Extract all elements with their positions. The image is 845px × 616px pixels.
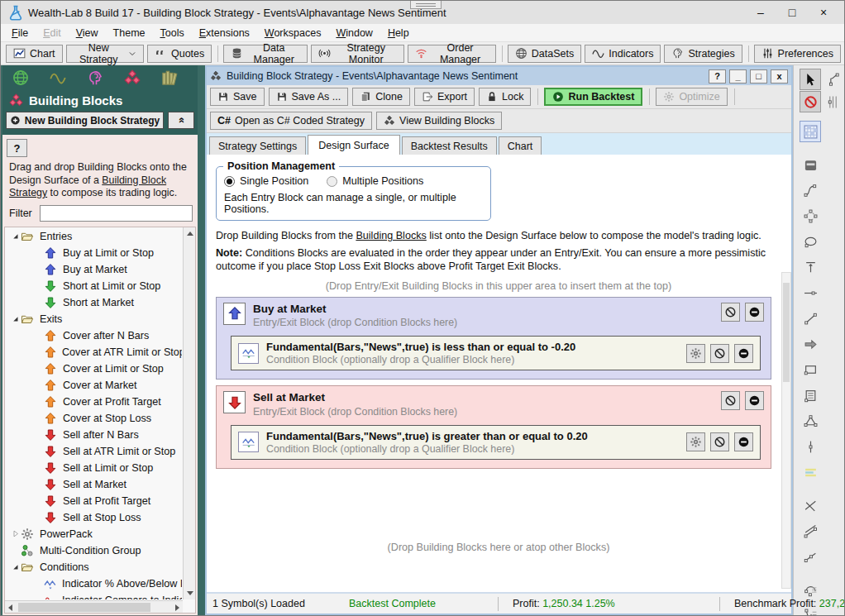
- menu-workspaces[interactable]: Workspaces: [257, 26, 329, 41]
- multiple-positions-radio[interactable]: Multiple Positions: [327, 175, 423, 187]
- tree-item-exits[interactable]: Exits: [6, 311, 182, 327]
- run-backtest-button[interactable]: Run Backtest: [544, 88, 642, 106]
- entry-block-buy-at-market[interactable]: Buy at Market Entry/Exit Block (drop Con…: [216, 297, 771, 380]
- tree-item-cover-at-limit-or-stop[interactable]: Cover at Limit or Stop: [6, 361, 182, 377]
- tree-item-sell-at-profit-target[interactable]: Sell at Profit Target: [6, 493, 182, 509]
- arrow-right-icon[interactable]: [800, 333, 821, 355]
- tree-item-sell-at-stop-loss[interactable]: Sell at Stop Loss: [6, 509, 182, 526]
- help-button[interactable]: ?: [7, 139, 27, 157]
- ellipse-icon[interactable]: [800, 231, 821, 252]
- tab-design-surface[interactable]: Design Surface: [308, 135, 399, 155]
- menu-view[interactable]: View: [69, 26, 106, 41]
- remove-condition-button[interactable]: [734, 432, 753, 451]
- no-draw-icon[interactable]: [800, 91, 821, 112]
- scroll-down-icon[interactable]: [187, 591, 193, 595]
- menu-edit[interactable]: Edit: [36, 26, 69, 41]
- new-building-block-strategy-button[interactable]: New Building Block Strategy: [6, 112, 164, 129]
- strategies-button[interactable]: Strategies: [664, 45, 742, 63]
- menu-tools[interactable]: Tools: [153, 26, 192, 41]
- tree-item-cover-at-profit-target[interactable]: Cover at Profit Target: [6, 394, 182, 410]
- tree-item-conditions[interactable]: Conditions: [6, 559, 182, 575]
- tree-vertical-scrollbar[interactable]: [183, 227, 195, 599]
- tab-chart[interactable]: Chart: [499, 136, 542, 155]
- nodes-icon[interactable]: [800, 205, 821, 227]
- tree-horizontal-scrollbar[interactable]: [5, 600, 183, 613]
- rectangle-icon[interactable]: [800, 359, 821, 380]
- panel-close-button[interactable]: x: [771, 69, 788, 84]
- expander-open-icon[interactable]: [10, 315, 21, 322]
- segment-icon[interactable]: [800, 308, 821, 329]
- menu-help[interactable]: Help: [380, 26, 417, 41]
- ray-icon[interactable]: [800, 546, 821, 567]
- menu-extensions[interactable]: Extensions: [192, 26, 257, 41]
- vertical-line-icon[interactable]: [800, 436, 821, 457]
- expander-open-icon[interactable]: [10, 563, 21, 571]
- disable-block-button[interactable]: [721, 391, 740, 410]
- levels-icon[interactable]: [822, 91, 843, 112]
- radio-selected-icon[interactable]: [224, 176, 235, 187]
- indicators-button[interactable]: Indicators: [585, 45, 661, 63]
- new-strategy-button[interactable]: New Strategy: [66, 45, 144, 63]
- panel-help-button[interactable]: ?: [709, 69, 726, 84]
- export-button[interactable]: Export: [414, 88, 475, 106]
- preferences-button[interactable]: Preferences: [754, 45, 841, 63]
- order-manager-button[interactable]: Order Manager: [408, 45, 496, 63]
- globe-icon[interactable]: [12, 69, 29, 86]
- dock-grip[interactable]: [410, 1, 442, 9]
- cursor-icon[interactable]: [800, 69, 821, 90]
- head-icon[interactable]: [87, 69, 103, 86]
- panel-minimize-button[interactable]: _: [729, 69, 747, 84]
- tree-item-buy-at-market[interactable]: Buy at Market: [6, 261, 182, 278]
- condition-block[interactable]: Fundamental(Bars,"News",true) is greater…: [231, 425, 761, 460]
- close-button[interactable]: ×: [808, 2, 839, 22]
- tree-item-buy-at-limit-or-stop[interactable]: Buy at Limit or Stop: [6, 245, 182, 261]
- expander-closed-icon[interactable]: [10, 530, 21, 537]
- condition-settings-button[interactable]: [686, 344, 705, 363]
- tree-item-short-at-limit-or-stop[interactable]: Short at Limit or Stop: [6, 278, 182, 294]
- sidebar-splitter[interactable]: [198, 65, 205, 615]
- tree-item-entries[interactable]: Entries: [6, 228, 182, 245]
- menu-file[interactable]: File: [4, 26, 36, 41]
- remove-block-button[interactable]: [745, 303, 764, 322]
- curve-icon[interactable]: [800, 179, 821, 201]
- tree-item-sell-at-atr-limit-or-stop[interactable]: Sell at ATR Limit or Stop: [6, 443, 182, 460]
- tree-item-powerpack[interactable]: PowerPack: [6, 526, 182, 542]
- filter-input[interactable]: [40, 205, 193, 222]
- maximize-button[interactable]: □: [776, 2, 808, 22]
- view-building-blocks-button[interactable]: View Building Blocks: [376, 112, 502, 130]
- minimize-button[interactable]: –: [745, 2, 776, 22]
- wave-icon[interactable]: [50, 69, 66, 86]
- collapse-panel-button[interactable]: »: [168, 112, 194, 129]
- tree-item-cover-at-stop-loss[interactable]: Cover at Stop Loss: [6, 410, 182, 427]
- menu-window[interactable]: Window: [328, 26, 380, 41]
- strategy-monitor-button[interactable]: Strategy Monitor: [311, 45, 404, 63]
- tree-item-short-at-market[interactable]: Short at Market: [6, 294, 182, 311]
- tree-item-indicator-above-below-ind[interactable]: Indicator % Above/Below Ind: [6, 575, 182, 592]
- design-surface-scrollbar[interactable]: [781, 272, 791, 589]
- tree-item-indicator-compare-to-indica[interactable]: Indicator Compare to Indica: [6, 592, 182, 599]
- tab-backtest-results[interactable]: Backtest Results: [402, 136, 497, 155]
- tree-item-sell-at-limit-or-stop[interactable]: Sell at Limit or Stop: [6, 460, 182, 476]
- triangle-icon[interactable]: [800, 410, 821, 432]
- scroll-left-icon[interactable]: [8, 604, 12, 611]
- datasets-button[interactable]: DataSets: [508, 45, 581, 63]
- books-icon[interactable]: [161, 69, 178, 86]
- polyline-icon[interactable]: [822, 69, 843, 90]
- building-blocks-link[interactable]: Building Blocks: [356, 230, 426, 241]
- open-as-code-button[interactable]: C# Open as C# Coded Strategy: [210, 112, 372, 130]
- clone-button[interactable]: Clone: [352, 88, 410, 106]
- remove-block-button[interactable]: [745, 391, 764, 410]
- exit-block-sell-at-market[interactable]: Sell at Market Entry/Exit Block (drop Co…: [216, 385, 771, 469]
- lock-button[interactable]: Lock: [479, 88, 531, 106]
- expander-open-icon[interactable]: [10, 232, 21, 240]
- condition-settings-button[interactable]: [686, 432, 705, 451]
- calendar-icon[interactable]: [800, 154, 821, 175]
- tree-item-cover-after-n-bars[interactable]: Cover after N Bars: [6, 327, 182, 344]
- menu-theme[interactable]: Theme: [106, 26, 153, 41]
- scroll-right-icon[interactable]: [175, 604, 179, 611]
- scroll-up-icon[interactable]: [187, 232, 193, 236]
- save-as-button[interactable]: Save As ...: [269, 88, 349, 106]
- cross-lines-icon[interactable]: [800, 494, 821, 516]
- blocks-icon[interactable]: [124, 69, 141, 86]
- single-position-radio[interactable]: Single Position: [224, 175, 308, 187]
